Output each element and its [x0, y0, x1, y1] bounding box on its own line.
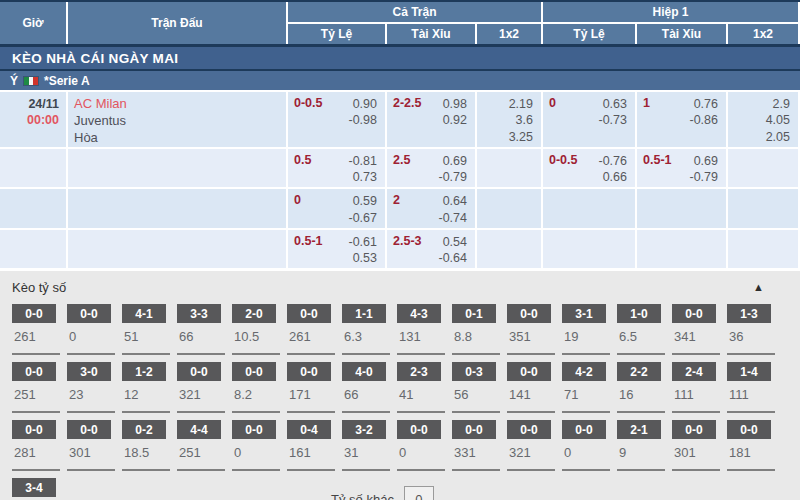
score-button[interactable]: 4-4 [177, 420, 221, 439]
score-button[interactable]: 0-0 [507, 362, 551, 381]
score-button[interactable]: 2-2 [617, 362, 661, 381]
score-odds-value: 251 [12, 381, 60, 402]
other-score-box[interactable]: 0 [404, 486, 434, 500]
ft-1x2-cell[interactable]: 2.193.63.25 [477, 92, 541, 147]
score-odds-value: 23 [67, 381, 115, 402]
score-button[interactable]: 3-1 [562, 304, 606, 323]
score-cell: 2-216 [617, 355, 665, 413]
collapse-arrow-icon[interactable]: ▲ [753, 281, 764, 293]
score-button[interactable]: 0-0 [507, 304, 551, 323]
handicap-line: 2.5 [393, 153, 410, 167]
col-header-h1-1x2: 1x2 [728, 24, 798, 44]
score-button[interactable]: 4-0 [342, 362, 386, 381]
score-button[interactable]: 0-2 [122, 420, 166, 439]
h1-handicap-cell [543, 189, 635, 228]
score-button[interactable]: 0-0 [727, 420, 771, 439]
match-cell[interactable]: AC MilanJuventusHòa [68, 92, 286, 147]
score-cell: 0-18.8 [452, 297, 500, 355]
score-button[interactable]: 0-1 [452, 304, 496, 323]
odds-values: 0.69-0.79 [439, 153, 468, 186]
score-cell: 3-023 [67, 355, 115, 413]
handicap-line: 2 [393, 193, 400, 207]
score-button[interactable]: 2-1 [617, 420, 661, 439]
score-button[interactable]: 0-0 [67, 304, 111, 323]
ft-over-under-cell[interactable]: 2.5-30.54-0.64 [387, 230, 475, 269]
score-button[interactable]: 1-2 [122, 362, 166, 381]
ft-handicap-cell[interactable]: 0.5-0.810.73 [288, 149, 385, 188]
score-button[interactable]: 0-0 [287, 362, 331, 381]
score-button[interactable]: 0-0 [232, 420, 276, 439]
odds-value: 2.05 [766, 129, 790, 145]
h1-1x2-cell [728, 149, 798, 188]
score-button[interactable]: 4-3 [397, 304, 441, 323]
score-button[interactable]: 4-1 [122, 304, 166, 323]
score-button[interactable]: 0-0 [232, 362, 276, 381]
odds-value: 0.69 [439, 153, 468, 169]
score-odds-value: 331 [452, 439, 500, 460]
odds-value: -0.79 [439, 169, 468, 185]
score-button[interactable]: 0-0 [672, 420, 716, 439]
score-button[interactable]: 0-0 [397, 420, 441, 439]
score-button[interactable]: 0-4 [287, 420, 331, 439]
h1-over-under-cell [637, 230, 726, 269]
h1-handicap-cell[interactable]: 0-0.5-0.760.66 [543, 149, 635, 188]
match-cell [68, 230, 286, 269]
score-button[interactable]: 2-3 [397, 362, 441, 381]
score-button[interactable]: 2-4 [672, 362, 716, 381]
ft-over-under-cell[interactable]: 20.64-0.74 [387, 189, 475, 228]
score-button[interactable]: 3-2 [342, 420, 386, 439]
ft-over-under-cell[interactable]: 2.50.69-0.79 [387, 149, 475, 188]
score-button[interactable]: 0-0 [67, 420, 111, 439]
score-odds-value: 8.2 [232, 381, 280, 402]
score-cell: 1-4111 [727, 355, 775, 413]
score-button[interactable]: 0-0 [12, 362, 56, 381]
score-cell: 2-341 [397, 355, 445, 413]
score-button[interactable]: 0-0 [287, 304, 331, 323]
score-button[interactable]: 0-0 [507, 420, 551, 439]
score-button[interactable]: 0-3 [452, 362, 496, 381]
score-button[interactable]: 1-0 [617, 304, 661, 323]
h1-over-under-cell[interactable]: 10.76-0.86 [637, 92, 726, 147]
ft-handicap-cell[interactable]: 0.5-1-0.610.53 [288, 230, 385, 269]
odds-values: 0.980.92 [443, 96, 467, 129]
ft-handicap-cell[interactable]: 0-0.50.90-0.98 [288, 92, 385, 147]
score-odds-value: 111 [727, 381, 775, 402]
odds-value: 0.90 [349, 96, 378, 112]
score-button[interactable]: 0-0 [672, 304, 716, 323]
h1-1x2-cell[interactable]: 2.94.052.05 [728, 92, 798, 147]
score-button[interactable]: 3-3 [177, 304, 221, 323]
draw-label[interactable]: Hòa [74, 130, 286, 147]
score-button[interactable]: 0-0 [12, 420, 56, 439]
score-button[interactable]: 0-0 [562, 420, 606, 439]
score-odds-value: 171 [287, 381, 335, 402]
odds-values: 0.76-0.86 [690, 96, 719, 129]
score-cell: 1-336 [727, 297, 775, 355]
score-button[interactable]: 1-4 [727, 362, 771, 381]
score-odds-value: 6.5 [617, 323, 665, 344]
score-button[interactable]: 3-4 [12, 478, 56, 497]
score-cell: 3-4161 [12, 471, 60, 500]
odds-value: -0.74 [439, 210, 468, 226]
score-button[interactable]: 1-1 [342, 304, 386, 323]
score-button[interactable]: 2-0 [232, 304, 276, 323]
section-title: KÈO NHÀ CÁI NGÀY MAI [12, 51, 178, 66]
score-button[interactable]: 4-2 [562, 362, 606, 381]
score-button[interactable]: 3-0 [67, 362, 111, 381]
score-button[interactable]: 0-0 [12, 304, 56, 323]
col-header-match: Trận Đấu [68, 2, 286, 44]
score-cell: 0-00 [67, 297, 115, 355]
match-cell [68, 189, 286, 228]
away-team-link[interactable]: Juventus [74, 113, 286, 130]
h1-handicap-cell[interactable]: 00.63-0.73 [543, 92, 635, 147]
score-cell: 4-3131 [397, 297, 445, 355]
score-button[interactable]: 0-0 [177, 362, 221, 381]
score-button[interactable]: 1-3 [727, 304, 771, 323]
score-button[interactable]: 0-0 [452, 420, 496, 439]
home-team-link[interactable]: AC Milan [74, 96, 286, 113]
h1-over-under-cell[interactable]: 0.5-10.69-0.79 [637, 149, 726, 188]
odds-value: -0.67 [349, 210, 378, 226]
score-cell: 0-4161 [287, 413, 335, 471]
ft-1x2-cell [477, 230, 541, 269]
ft-handicap-cell[interactable]: 00.59-0.67 [288, 189, 385, 228]
ft-over-under-cell[interactable]: 2-2.50.980.92 [387, 92, 475, 147]
